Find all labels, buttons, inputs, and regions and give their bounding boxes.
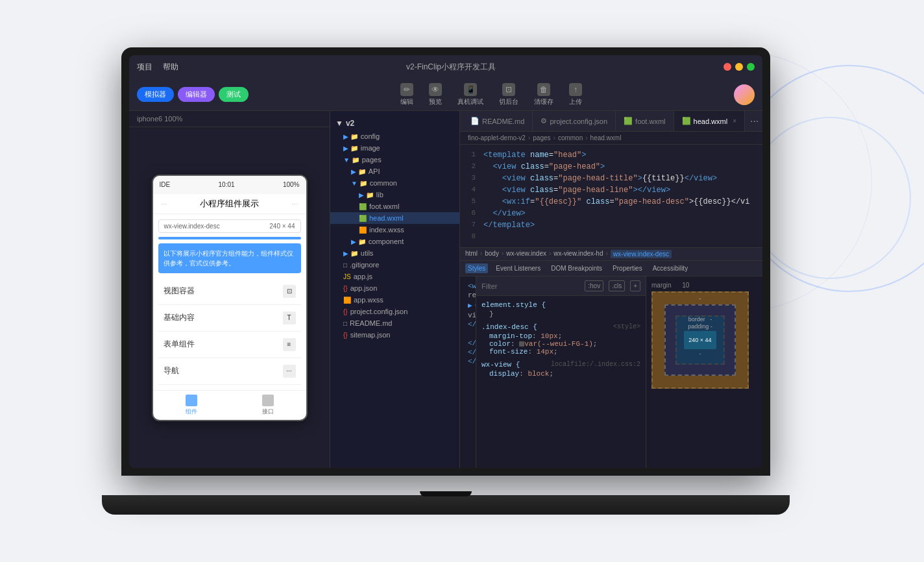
file-icon-appjson: {} (343, 285, 348, 292)
filter-hov-btn[interactable]: :hov (585, 280, 603, 291)
tab-footwxml[interactable]: 🟩 foot.wxml (616, 111, 674, 131)
filter-plus-btn[interactable]: + (630, 280, 640, 291)
tree-item-gitignore[interactable]: □ .gitignore (330, 259, 459, 271)
style-prop-font-size: font-size: 14px; (481, 348, 640, 356)
folder-icon-lib: ▶ 📁 (359, 191, 374, 199)
clear-cache-tool[interactable]: 🗑 清缓存 (534, 83, 553, 106)
box-model-border: border - padding - 240 × 44 - (664, 304, 736, 376)
tree-label-appjs: app.js (354, 273, 372, 280)
simulator-button[interactable]: 模拟器 (137, 87, 174, 101)
box-model-label: margin 10 (651, 282, 757, 289)
file-icon-projectjson: {} (343, 308, 348, 315)
color-val: var(--weui-FG-1) (524, 340, 593, 348)
simulator-label: 模拟器 (145, 90, 166, 99)
preview-tool[interactable]: 👁 预览 (429, 83, 442, 106)
tab-headwxml[interactable]: 🟩 head.wxml × (674, 111, 745, 131)
dom-path-wxview-hd[interactable]: wx-view.index-hd (553, 250, 603, 258)
device-debug-tool[interactable]: 📱 真机调试 (457, 83, 483, 106)
tree-item-common[interactable]: ▼ 📁 common (330, 177, 459, 189)
style-selector-element: element.style { (481, 301, 640, 309)
phone-menu-item-1[interactable]: 基础内容 T (158, 305, 301, 332)
tree-label-utils: utils (361, 249, 374, 257)
elem-tab-dom-breakpoints[interactable]: DOM Breakpoints (548, 263, 605, 273)
dom-path-wxview-index[interactable]: wx-view.index (506, 250, 546, 258)
tree-item-pages[interactable]: ▼ 📁 pages (330, 154, 459, 165)
padding-label: padding - (688, 323, 712, 330)
elem-tab-properties[interactable]: Properties (610, 263, 645, 273)
tab-readme[interactable]: 📄 README.md (463, 111, 533, 131)
tab-more[interactable]: ··· (745, 116, 762, 127)
phone-menu-item-3[interactable]: 导航 ··· (158, 358, 301, 385)
editor-button[interactable]: 编辑器 (178, 87, 215, 101)
tab-close-icon[interactable]: × (733, 117, 736, 125)
dom-path-wxview-desc[interactable]: wx-view.index-desc (611, 250, 672, 258)
tree-item-head-wxml[interactable]: 🟩 head.wxml (330, 212, 459, 224)
box-model-content: 240 × 44 (684, 331, 716, 349)
tree-item-config[interactable]: ▶ 📁 config (330, 130, 459, 142)
toolbar-center: ✏ 编辑 👁 预览 📱 真机调试 ⊡ 切后台 (249, 83, 734, 106)
dom-path-sep2: › (549, 250, 551, 258)
dom-path-sep3: › (605, 250, 607, 258)
tree-item-sitemap[interactable]: {} sitemap.json (330, 329, 459, 341)
tree-item-lib[interactable]: ▶ 📁 lib (330, 189, 459, 201)
test-button[interactable]: 测试 (219, 87, 249, 101)
tree-item-readme[interactable]: □ README.md (330, 317, 459, 329)
tab-headwxml-icon: 🟩 (682, 117, 691, 125)
styles-panel: :hov .cls + element.style { } (476, 276, 646, 468)
tab-projectjson-icon: ⚙ (541, 117, 547, 125)
file-icon-head: 🟩 (359, 215, 367, 222)
color-key: color (489, 340, 511, 348)
phone-desc-box: 以下将展示小程序官方组件能力，组件样式仅供参考，官式仅供参考。 (158, 243, 301, 273)
tree-item-index-wxss[interactable]: 🟧 index.wxss (330, 224, 459, 236)
dom-path-body[interactable]: body (485, 250, 499, 258)
tree-item-projectjson[interactable]: {} project.config.json (330, 306, 459, 317)
editor-area: 📄 README.md ⚙ project.config.json 🟩 foot… (460, 111, 762, 468)
phone-menu-item-2[interactable]: 表单组件 ≡ (158, 332, 301, 358)
phone-nav-interface[interactable]: 接口 (230, 395, 306, 416)
upload-tool[interactable]: ↑ 上传 (569, 83, 582, 106)
tree-item-image[interactable]: ▶ 📁 image (330, 142, 459, 154)
phone-nav-components[interactable]: 组件 (153, 395, 230, 416)
tree-item-appjson[interactable]: {} app.json (330, 282, 459, 294)
upload-label: 上传 (569, 97, 582, 106)
tree-item-foot-wxml[interactable]: 🟩 foot.wxml (330, 201, 459, 212)
menu-project[interactable]: 项目 (137, 62, 152, 73)
breadcrumb-part1: pages (533, 134, 550, 141)
background-tool[interactable]: ⊡ 切后台 (499, 83, 518, 106)
tree-item-appwxss[interactable]: 🟧 app.wxss (330, 294, 459, 306)
tree-item-api[interactable]: ▶ 📁 API (330, 165, 459, 177)
user-avatar[interactable] (734, 84, 755, 105)
editor-label: 编辑器 (186, 90, 207, 99)
folder-icon-utils: ▶ 📁 (343, 250, 358, 257)
background-icon: ⊡ (502, 83, 515, 96)
maximize-button[interactable] (747, 63, 755, 71)
close-button[interactable] (723, 63, 731, 71)
phone-bottom-nav: 组件 接口 (153, 390, 306, 420)
elem-tab-event-listeners[interactable]: Event Listeners (493, 263, 543, 273)
simulator-header: iphone6 100% (129, 111, 330, 127)
code-line-5: 5 <wx:if="{{desc}}" class="page-head-des… (460, 197, 762, 208)
elem-tab-accessibility[interactable]: Accessibility (650, 263, 690, 273)
tree-item-component[interactable]: ▶ 📁 component (330, 236, 459, 247)
edit-tool[interactable]: ✏ 编辑 (400, 83, 413, 106)
menu-help[interactable]: 帮助 (163, 62, 178, 73)
tab-bar: 📄 README.md ⚙ project.config.json 🟩 foot… (460, 111, 762, 132)
tab-projectjson[interactable]: ⚙ project.config.json (533, 111, 616, 131)
style-prop-element: } (481, 310, 640, 318)
minimize-button[interactable] (735, 63, 743, 71)
dom-path-html[interactable]: html (465, 250, 478, 258)
tree-item-utils[interactable]: ▶ 📁 utils (330, 247, 459, 259)
bottom-panel: html › body › wx-view.index › wx-view.in… (460, 247, 762, 468)
bottom-content: <wx-image class="index-logo" src="../res… (460, 276, 762, 468)
code-editor[interactable]: 1 <template name="head"> 2 <view class="… (460, 145, 762, 247)
style-prop-display: display: block; (481, 370, 640, 378)
menu-bar: 项目 帮助 (137, 62, 178, 73)
font-size-key: font-size (489, 348, 528, 356)
elem-tab-styles[interactable]: Styles (465, 263, 488, 273)
filter-input[interactable] (481, 282, 579, 290)
tree-item-appjs[interactable]: JS app.js (330, 271, 459, 282)
phone-menu-item-0[interactable]: 视图容器 ⊡ (158, 278, 301, 305)
tab-footwxml-icon: 🟩 (624, 117, 633, 125)
breadcrumb-part3: head.wxml (590, 134, 622, 141)
filter-cls-btn[interactable]: .cls (609, 280, 625, 291)
